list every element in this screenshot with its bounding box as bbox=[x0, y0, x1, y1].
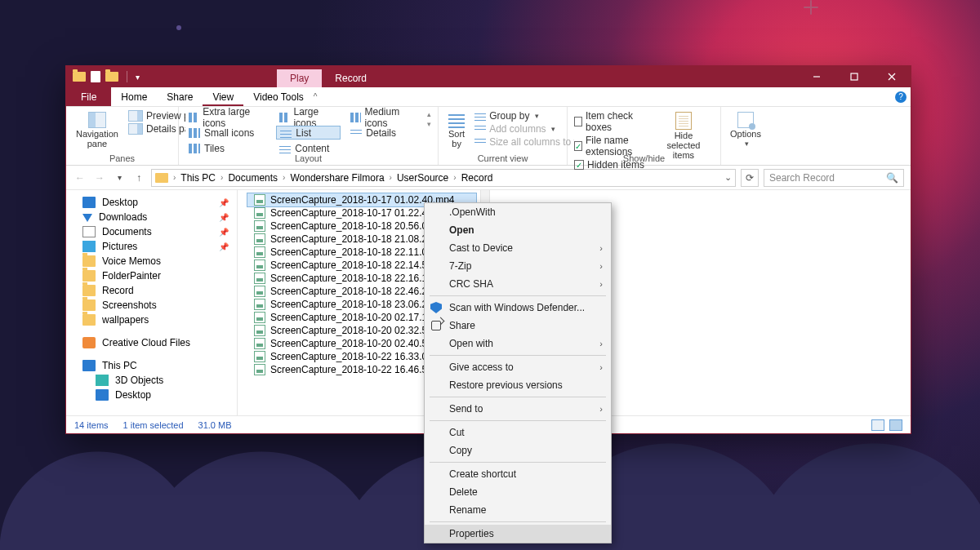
menu-file[interactable]: File bbox=[66, 87, 111, 106]
context-menu-item[interactable]: Open with› bbox=[425, 335, 611, 353]
view-details-button[interactable] bbox=[871, 419, 884, 431]
add-columns-button[interactable]: Add columns▾ bbox=[474, 123, 581, 135]
context-menu-item[interactable]: Create shortcut bbox=[425, 465, 611, 483]
toggle-file-extensions[interactable]: ✓File name extensions bbox=[574, 135, 647, 157]
context-menu-item[interactable]: CRC SHA› bbox=[425, 275, 611, 293]
context-menu-item[interactable]: Delete bbox=[425, 483, 611, 501]
view-thumbnails-button[interactable] bbox=[889, 419, 902, 431]
breadcrumb-segment[interactable]: Wondershare Filmora bbox=[287, 172, 387, 184]
layout-scroll-down[interactable]: ▾ bbox=[427, 120, 431, 128]
group-by-button[interactable]: Group by▾ bbox=[474, 110, 581, 122]
chevron-right-icon[interactable]: › bbox=[453, 173, 456, 182]
sort-by-button[interactable]: Sort by bbox=[445, 110, 468, 150]
layout-scroll-up[interactable]: ▴ bbox=[427, 110, 431, 118]
refresh-button[interactable]: ⟳ bbox=[741, 169, 759, 187]
toggle-item-checkboxes[interactable]: Item check boxes bbox=[574, 110, 647, 133]
group-label-empty bbox=[728, 153, 764, 165]
breadcrumb-segment[interactable]: UserSource bbox=[394, 172, 452, 184]
chevron-right-icon[interactable]: › bbox=[173, 173, 176, 182]
breadcrumb-segment[interactable]: This PC bbox=[177, 172, 219, 184]
qat-overflow[interactable]: ▾ bbox=[136, 73, 140, 82]
sidebar-item[interactable]: This PC bbox=[66, 358, 237, 373]
desktop-icon bbox=[96, 389, 109, 401]
sidebar-item[interactable]: Voice Memos bbox=[66, 254, 237, 268]
titlebar[interactable]: ▾ Play Record bbox=[66, 66, 911, 87]
sidebar-item[interactable]: Record bbox=[66, 283, 237, 298]
layout-tiles[interactable]: Tiles bbox=[185, 141, 270, 155]
chevron-right-icon[interactable]: › bbox=[390, 173, 392, 182]
sidebar-item[interactable]: FolderPainter bbox=[66, 268, 237, 283]
context-menu-label: Copy bbox=[449, 445, 472, 456]
breadcrumb-segment[interactable]: Documents bbox=[225, 172, 281, 184]
context-menu-item[interactable]: Properties bbox=[425, 525, 611, 543]
options-button[interactable]: Options ▾ bbox=[727, 110, 764, 149]
breadcrumb-segment[interactable]: Record bbox=[458, 172, 497, 184]
context-menu-label: Give access to bbox=[449, 361, 514, 373]
hide-selected-button[interactable]: Hide selected items bbox=[653, 110, 714, 162]
options-icon bbox=[737, 112, 754, 128]
menu-share[interactable]: Share bbox=[157, 87, 203, 106]
nav-up-button[interactable]: ↑ bbox=[131, 171, 146, 185]
sidebar-item[interactable]: Desktop bbox=[66, 388, 237, 402]
details-icon bbox=[350, 128, 362, 138]
address-bar-row: ← → ▾ ↑ › This PC › Documents › Wondersh… bbox=[66, 166, 911, 190]
tab-play[interactable]: Play bbox=[277, 69, 322, 87]
size-columns-button[interactable]: Size all columns to fit bbox=[474, 136, 581, 148]
collapse-ribbon-button[interactable]: ^ bbox=[314, 92, 318, 101]
context-menu-item[interactable]: Cut bbox=[425, 424, 611, 441]
search-placeholder: Search Record bbox=[769, 172, 835, 184]
layout-details[interactable]: Details bbox=[347, 126, 421, 140]
address-bar[interactable]: › This PC › Documents › Wondershare Film… bbox=[151, 169, 736, 187]
nav-history-button[interactable]: ▾ bbox=[112, 171, 127, 185]
context-menu-item[interactable]: 7-Zip› bbox=[425, 257, 611, 275]
context-menu-item[interactable]: Cast to Device› bbox=[425, 239, 611, 257]
toggle-hidden-items[interactable]: ✓Hidden items bbox=[574, 159, 647, 171]
nav-forward-button[interactable]: → bbox=[92, 171, 107, 185]
context-menu-item[interactable]: Share bbox=[425, 317, 611, 335]
context-menu-item[interactable]: Restore previous versions bbox=[425, 376, 611, 394]
minimize-button[interactable] bbox=[798, 66, 835, 87]
close-button[interactable] bbox=[873, 66, 911, 87]
tab-record[interactable]: Record bbox=[322, 69, 380, 87]
sidebar-item[interactable]: Creative Cloud Files bbox=[66, 335, 237, 350]
sidebar-item[interactable]: Documents📌 bbox=[66, 224, 237, 239]
layout-list[interactable]: List bbox=[276, 126, 341, 140]
layout-large[interactable]: Large icons bbox=[276, 110, 341, 124]
context-menu-item[interactable]: Scan with Windows Defender... bbox=[425, 299, 611, 317]
layout-medium[interactable]: Medium icons bbox=[347, 110, 421, 124]
help-button[interactable]: ? bbox=[891, 87, 911, 106]
maximize-button[interactable] bbox=[835, 66, 873, 87]
context-menu-item[interactable]: Rename bbox=[425, 501, 611, 519]
sidebar-item[interactable]: 3D Objects bbox=[66, 373, 237, 388]
sidebar-item-label: 3D Objects bbox=[115, 375, 229, 386]
sidebar-item[interactable]: Downloads📌 bbox=[66, 210, 237, 224]
context-menu-label: Rename bbox=[449, 504, 486, 516]
document-icon[interactable] bbox=[91, 71, 100, 82]
navigation-pane-button[interactable]: Navigation pane bbox=[73, 110, 122, 150]
chevron-right-icon[interactable]: › bbox=[220, 173, 223, 182]
context-menu-item[interactable]: Open bbox=[425, 221, 611, 239]
layout-small[interactable]: Small icons bbox=[185, 126, 270, 140]
address-dropdown[interactable]: ⌄ bbox=[724, 172, 732, 183]
folder-icon[interactable] bbox=[105, 72, 118, 82]
context-menu-item[interactable]: Copy bbox=[425, 441, 611, 459]
menu-view[interactable]: View bbox=[203, 87, 243, 106]
layout-extra-large[interactable]: Extra large icons bbox=[185, 110, 270, 124]
sidebar-item[interactable]: Pictures📌 bbox=[66, 239, 237, 254]
layout-content[interactable]: Content bbox=[276, 141, 341, 155]
context-menu-label: Scan with Windows Defender... bbox=[449, 302, 585, 313]
sidebar-item[interactable]: Desktop📌 bbox=[66, 195, 237, 210]
folder-icon[interactable] bbox=[73, 72, 86, 82]
sidebar-item[interactable]: Screenshots bbox=[66, 298, 237, 313]
context-menu-item[interactable]: Give access to› bbox=[425, 358, 611, 376]
navigation-tree[interactable]: Desktop📌Downloads📌Documents📌Pictures📌Voi… bbox=[66, 190, 238, 415]
folder-icon bbox=[82, 299, 96, 311]
menu-video-tools[interactable]: Video Tools bbox=[243, 87, 314, 106]
search-input[interactable]: Search Record 🔍 bbox=[764, 169, 904, 187]
sidebar-item[interactable]: wallpapers bbox=[66, 313, 237, 327]
context-menu-item[interactable]: .OpenWith bbox=[425, 203, 611, 221]
chevron-right-icon[interactable]: › bbox=[283, 173, 285, 182]
menu-home[interactable]: Home bbox=[111, 87, 157, 106]
nav-back-button[interactable]: ← bbox=[73, 171, 87, 185]
context-menu-item[interactable]: Send to› bbox=[425, 400, 611, 418]
